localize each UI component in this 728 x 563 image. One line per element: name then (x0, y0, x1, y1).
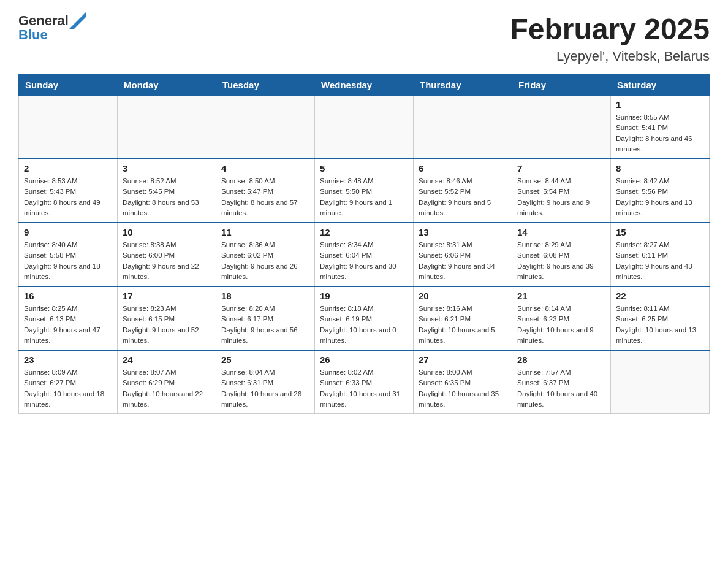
calendar-cell (216, 96, 315, 159)
day-number: 28 (517, 354, 605, 365)
day-info: Sunrise: 8:18 AMSunset: 6:19 PMDaylight:… (320, 304, 408, 346)
calendar-cell: 14Sunrise: 8:29 AMSunset: 6:08 PMDayligh… (512, 223, 611, 286)
calendar-cell: 9Sunrise: 8:40 AMSunset: 5:58 PMDaylight… (19, 223, 118, 286)
day-info: Sunrise: 8:46 AMSunset: 5:52 PMDaylight:… (419, 176, 507, 218)
day-number: 10 (123, 227, 211, 237)
day-info: Sunrise: 7:57 AMSunset: 6:37 PMDaylight:… (517, 367, 605, 410)
day-number: 8 (616, 163, 704, 174)
calendar-cell: 10Sunrise: 8:38 AMSunset: 6:00 PMDayligh… (118, 223, 216, 286)
day-number: 13 (419, 227, 507, 237)
calendar-cell: 12Sunrise: 8:34 AMSunset: 6:04 PMDayligh… (315, 223, 414, 286)
day-number: 1 (616, 99, 704, 110)
calendar-cell: 6Sunrise: 8:46 AMSunset: 5:52 PMDaylight… (414, 159, 512, 223)
calendar-cell: 21Sunrise: 8:14 AMSunset: 6:23 PMDayligh… (512, 286, 611, 350)
day-info: Sunrise: 8:50 AMSunset: 5:47 PMDaylight:… (221, 176, 309, 218)
day-number: 12 (320, 227, 408, 237)
day-info: Sunrise: 8:53 AMSunset: 5:43 PMDaylight:… (24, 176, 112, 218)
title-area: February 2025 Lyepyel', Vitebsk, Belarus (510, 12, 710, 64)
weekday-header: Wednesday (315, 75, 414, 96)
calendar-cell (414, 96, 512, 159)
day-number: 23 (24, 354, 112, 365)
day-number: 27 (419, 354, 507, 365)
calendar-cell: 18Sunrise: 8:20 AMSunset: 6:17 PMDayligh… (216, 286, 315, 350)
calendar-cell (512, 96, 611, 159)
calendar-week-row: 2Sunrise: 8:53 AMSunset: 5:43 PMDaylight… (19, 159, 710, 223)
calendar-cell: 16Sunrise: 8:25 AMSunset: 6:13 PMDayligh… (19, 286, 118, 350)
calendar-cell: 7Sunrise: 8:44 AMSunset: 5:54 PMDaylight… (512, 159, 611, 223)
calendar-week-row: 16Sunrise: 8:25 AMSunset: 6:13 PMDayligh… (19, 286, 710, 350)
day-info: Sunrise: 8:16 AMSunset: 6:21 PMDaylight:… (419, 304, 507, 346)
calendar-cell: 2Sunrise: 8:53 AMSunset: 5:43 PMDaylight… (19, 159, 118, 223)
weekday-header: Monday (118, 75, 216, 96)
calendar-cell: 24Sunrise: 8:07 AMSunset: 6:29 PMDayligh… (118, 350, 216, 414)
day-number: 7 (517, 163, 605, 174)
day-number: 15 (616, 227, 704, 237)
calendar-cell: 23Sunrise: 8:09 AMSunset: 6:27 PMDayligh… (19, 350, 118, 414)
day-info: Sunrise: 8:42 AMSunset: 5:56 PMDaylight:… (616, 176, 704, 218)
calendar-cell: 5Sunrise: 8:48 AMSunset: 5:50 PMDaylight… (315, 159, 414, 223)
calendar-cell: 28Sunrise: 7:57 AMSunset: 6:37 PMDayligh… (512, 350, 611, 414)
day-number: 26 (320, 354, 408, 365)
calendar-header-row: SundayMondayTuesdayWednesdayThursdayFrid… (19, 75, 710, 96)
calendar-cell: 3Sunrise: 8:52 AMSunset: 5:45 PMDaylight… (118, 159, 216, 223)
calendar-cell: 25Sunrise: 8:04 AMSunset: 6:31 PMDayligh… (216, 350, 315, 414)
day-number: 9 (24, 227, 112, 237)
day-info: Sunrise: 8:04 AMSunset: 6:31 PMDaylight:… (221, 367, 309, 410)
calendar-cell: 8Sunrise: 8:42 AMSunset: 5:56 PMDaylight… (611, 159, 710, 223)
day-info: Sunrise: 8:40 AMSunset: 5:58 PMDaylight:… (24, 240, 112, 282)
calendar-cell (611, 350, 710, 414)
page-header: General Blue February 2025 Lyepyel', Vit… (18, 12, 710, 64)
day-number: 20 (419, 291, 507, 301)
weekday-header: Thursday (414, 75, 512, 96)
calendar-subtitle: Lyepyel', Vitebsk, Belarus (510, 48, 710, 64)
day-info: Sunrise: 8:23 AMSunset: 6:15 PMDaylight:… (123, 304, 211, 346)
calendar-cell: 20Sunrise: 8:16 AMSunset: 6:21 PMDayligh… (414, 286, 512, 350)
day-info: Sunrise: 8:11 AMSunset: 6:25 PMDaylight:… (616, 304, 704, 346)
day-number: 3 (123, 163, 211, 174)
day-info: Sunrise: 8:31 AMSunset: 6:06 PMDaylight:… (419, 240, 507, 282)
calendar-cell (118, 96, 216, 159)
day-info: Sunrise: 8:44 AMSunset: 5:54 PMDaylight:… (517, 176, 605, 218)
day-number: 16 (24, 291, 112, 301)
calendar-cell: 11Sunrise: 8:36 AMSunset: 6:02 PMDayligh… (216, 223, 315, 286)
logo-triangle-icon (69, 12, 87, 29)
day-info: Sunrise: 8:34 AMSunset: 6:04 PMDaylight:… (320, 240, 408, 282)
day-number: 21 (517, 291, 605, 301)
weekday-header: Tuesday (216, 75, 315, 96)
day-info: Sunrise: 8:38 AMSunset: 6:00 PMDaylight:… (123, 240, 211, 282)
logo: General Blue (18, 12, 87, 43)
weekday-header: Sunday (19, 75, 118, 96)
day-info: Sunrise: 8:20 AMSunset: 6:17 PMDaylight:… (221, 304, 309, 346)
calendar-week-row: 23Sunrise: 8:09 AMSunset: 6:27 PMDayligh… (19, 350, 710, 414)
day-number: 17 (123, 291, 211, 301)
day-number: 14 (517, 227, 605, 237)
day-number: 25 (221, 354, 309, 365)
calendar-cell (19, 96, 118, 159)
day-number: 4 (221, 163, 309, 174)
calendar-cell: 26Sunrise: 8:02 AMSunset: 6:33 PMDayligh… (315, 350, 414, 414)
day-info: Sunrise: 8:29 AMSunset: 6:08 PMDaylight:… (517, 240, 605, 282)
calendar-week-row: 1Sunrise: 8:55 AMSunset: 5:41 PMDaylight… (19, 96, 710, 159)
day-number: 18 (221, 291, 309, 301)
day-number: 22 (616, 291, 704, 301)
day-number: 2 (24, 163, 112, 174)
calendar-cell: 15Sunrise: 8:27 AMSunset: 6:11 PMDayligh… (611, 223, 710, 286)
calendar-cell: 13Sunrise: 8:31 AMSunset: 6:06 PMDayligh… (414, 223, 512, 286)
day-info: Sunrise: 8:09 AMSunset: 6:27 PMDaylight:… (24, 367, 112, 410)
day-info: Sunrise: 8:07 AMSunset: 6:29 PMDaylight:… (123, 367, 211, 410)
day-info: Sunrise: 8:00 AMSunset: 6:35 PMDaylight:… (419, 367, 507, 410)
day-info: Sunrise: 8:14 AMSunset: 6:23 PMDaylight:… (517, 304, 605, 346)
calendar-title: February 2025 (510, 12, 710, 46)
calendar-cell (315, 96, 414, 159)
calendar-cell: 22Sunrise: 8:11 AMSunset: 6:25 PMDayligh… (611, 286, 710, 350)
day-info: Sunrise: 8:52 AMSunset: 5:45 PMDaylight:… (123, 176, 211, 218)
calendar-cell: 19Sunrise: 8:18 AMSunset: 6:19 PMDayligh… (315, 286, 414, 350)
calendar-cell: 4Sunrise: 8:50 AMSunset: 5:47 PMDaylight… (216, 159, 315, 223)
day-info: Sunrise: 8:36 AMSunset: 6:02 PMDaylight:… (221, 240, 309, 282)
day-info: Sunrise: 8:48 AMSunset: 5:50 PMDaylight:… (320, 176, 408, 218)
day-info: Sunrise: 8:25 AMSunset: 6:13 PMDaylight:… (24, 304, 112, 346)
calendar-cell: 17Sunrise: 8:23 AMSunset: 6:15 PMDayligh… (118, 286, 216, 350)
day-number: 6 (419, 163, 507, 174)
day-number: 19 (320, 291, 408, 301)
day-number: 24 (123, 354, 211, 365)
